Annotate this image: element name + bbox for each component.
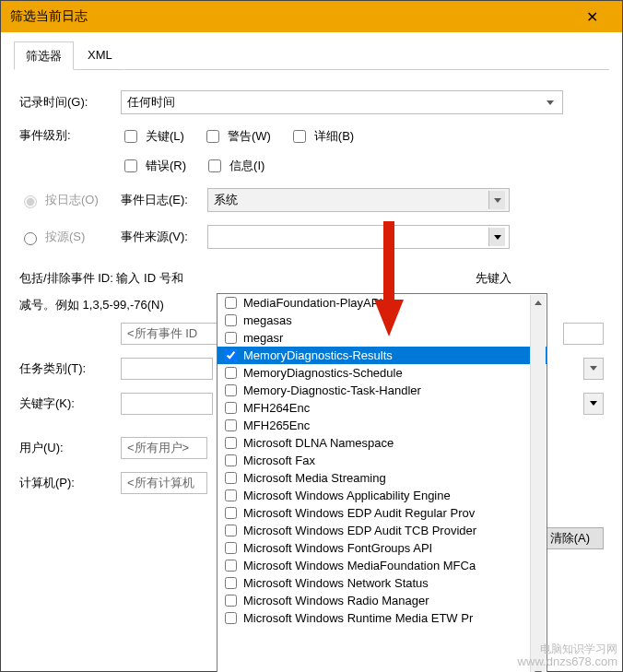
chk-info[interactable]: 信息(I) (205, 157, 264, 175)
source-item-checkbox[interactable] (225, 542, 237, 554)
input-event-ids-ext[interactable] (563, 323, 604, 345)
input-event-ids[interactable]: <所有事件 ID (121, 323, 222, 345)
source-item-checkbox[interactable] (225, 367, 237, 379)
select-event-source[interactable] (207, 225, 510, 249)
select-event-log[interactable]: 系统 (207, 188, 510, 212)
source-item[interactable]: MFH265Enc (217, 417, 547, 434)
label-computer: 计算机(P): (19, 475, 121, 491)
source-item-checkbox[interactable] (225, 489, 237, 501)
label-record-time: 记录时间(G): (19, 94, 121, 111)
window-title: 筛选当前日志 (10, 8, 570, 25)
watermark: 电脑知识学习网 www.dnzs678.com (518, 643, 617, 668)
chk-critical[interactable]: 关键(L) (121, 127, 184, 146)
chk-error[interactable]: 错误(R) (121, 157, 186, 175)
source-item-label: Microsoft Windows EDP Audit Regular Prov (243, 506, 475, 520)
source-item[interactable]: MemoryDiagnostics-Schedule (217, 364, 547, 382)
source-item-label: MemoryDiagnostics-Results (243, 348, 393, 362)
drop-keywords[interactable] (583, 393, 604, 415)
label-user: 用户(U): (19, 440, 121, 456)
source-item-label: megasr (243, 331, 283, 345)
tab-filter[interactable]: 筛选器 (14, 41, 74, 70)
source-item-label: Microsoft Windows Runtime Media ETW Pr (243, 611, 473, 625)
source-item-checkbox[interactable] (225, 332, 237, 344)
source-item-checkbox[interactable] (225, 402, 237, 414)
select-event-log-value: 系统 (214, 192, 238, 208)
source-item-label: Microsoft Windows Radio Manager (243, 594, 429, 607)
drop-task-category[interactable] (583, 358, 604, 380)
titlebar: 筛选当前日志 ✕ (1, 1, 622, 32)
chevron-down-icon (488, 191, 505, 209)
source-item-checkbox[interactable] (225, 612, 237, 624)
source-item-label: Microsoft Fax (243, 454, 315, 467)
source-item-label: Microsoft Media Streaming (243, 471, 386, 485)
source-item[interactable]: MediaFoundation-PlayAPI (217, 294, 547, 312)
scroll-up-button[interactable] (531, 295, 546, 311)
select-record-time[interactable]: 任何时间 (121, 90, 563, 114)
source-item[interactable]: Microsoft Windows FontGroups API (217, 539, 547, 557)
label-keywords: 关键字(K): (19, 395, 121, 412)
source-item-label: Microsoft Windows Network Status (243, 576, 429, 590)
label-event-log: 事件日志(E): (121, 192, 207, 208)
source-item-label: MemoryDiagnostics-Schedule (243, 366, 403, 380)
label-event-source: 事件来源(V): (121, 229, 207, 245)
source-item-label: MediaFoundation-PlayAPI (243, 296, 382, 310)
source-item[interactable]: Microsoft Fax (217, 452, 547, 469)
help-include-ids-1: 包括/排除事件 ID: 输入 ID 号和 先键入 (19, 269, 604, 289)
source-item[interactable]: MFH264Enc (217, 399, 547, 417)
source-item[interactable]: Memory-Diagnostic-Task-Handler (217, 382, 547, 399)
source-item[interactable]: Microsoft Windows EDP Audit TCB Provider (217, 522, 547, 539)
source-item[interactable]: Microsoft Windows EDP Audit Regular Prov (217, 504, 547, 522)
input-computer[interactable]: <所有计算机 (121, 472, 207, 494)
input-user[interactable]: <所有用户> (121, 437, 207, 459)
source-item-label: Microsoft Windows MediaFoundation MFCa (243, 559, 476, 572)
source-item-label: megasas (243, 313, 292, 327)
source-item[interactable]: megasr (217, 329, 547, 347)
event-source-dropdown[interactable]: MediaFoundation-PlayAPImegasasmegasrMemo… (217, 293, 547, 672)
source-item-checkbox[interactable] (225, 437, 237, 449)
radio-by-source[interactable]: 按源(S) (19, 229, 121, 245)
source-item-label: Microsoft Windows EDP Audit TCB Provider (243, 524, 476, 537)
select-record-time-value: 任何时间 (127, 94, 175, 111)
tabset: 筛选器 XML (14, 41, 609, 70)
chk-warning[interactable]: 警告(W) (203, 127, 271, 146)
source-item-checkbox[interactable] (225, 525, 237, 536)
source-item-label: Microsoft DLNA Namespace (243, 436, 394, 450)
source-item-checkbox[interactable] (225, 297, 237, 309)
source-item-checkbox[interactable] (225, 472, 237, 484)
tab-xml[interactable]: XML (76, 41, 124, 70)
source-item[interactable]: Microsoft Windows Network Status (217, 574, 547, 592)
source-item[interactable]: Microsoft Windows Applicability Engine (217, 487, 547, 504)
source-item-checkbox[interactable] (225, 454, 237, 466)
source-item-checkbox[interactable] (225, 560, 237, 572)
source-item-checkbox[interactable] (225, 349, 237, 361)
source-item[interactable]: Microsoft Media Streaming (217, 469, 547, 487)
chk-verbose[interactable]: 详细(B) (289, 127, 354, 146)
source-item-label: MFH265Enc (243, 419, 310, 432)
close-button[interactable]: ✕ (570, 8, 613, 26)
source-item[interactable]: Microsoft Windows Radio Manager (217, 592, 547, 609)
radio-by-log: 按日志(O) (19, 192, 121, 208)
source-item-checkbox[interactable] (225, 314, 237, 326)
source-item[interactable]: megasas (217, 312, 547, 329)
chevron-down-icon (488, 228, 505, 246)
source-item-checkbox[interactable] (225, 577, 237, 589)
source-item-checkbox[interactable] (225, 595, 237, 607)
scrollbar-vertical[interactable] (530, 295, 546, 672)
input-task-category[interactable] (121, 358, 213, 380)
source-item-checkbox[interactable] (225, 507, 237, 519)
source-item-label: Microsoft Windows Applicability Engine (243, 489, 451, 502)
source-item-label: MFH264Enc (243, 401, 310, 415)
source-item[interactable]: MemoryDiagnostics-Results (217, 347, 547, 364)
input-keywords[interactable] (121, 393, 213, 415)
chevron-down-icon (542, 93, 558, 112)
source-item[interactable]: Microsoft DLNA Namespace (217, 434, 547, 452)
label-event-level: 事件级别: (19, 127, 121, 144)
source-item[interactable]: Microsoft Windows MediaFoundation MFCa (217, 557, 547, 574)
source-item[interactable]: Microsoft Windows Runtime Media ETW Pr (217, 609, 547, 627)
source-item-label: Microsoft Windows FontGroups API (243, 541, 432, 555)
label-task-category: 任务类别(T): (19, 360, 121, 377)
source-item-checkbox[interactable] (225, 419, 237, 431)
source-item-label: Memory-Diagnostic-Task-Handler (243, 383, 421, 397)
source-item-checkbox[interactable] (225, 384, 237, 396)
